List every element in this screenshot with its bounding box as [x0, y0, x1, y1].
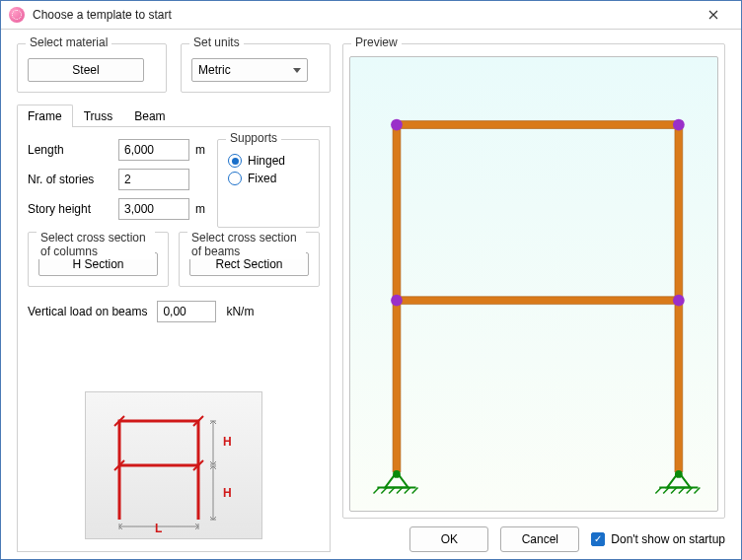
cancel-button[interactable]: Cancel — [500, 526, 579, 552]
supports-group: Supports Hinged Fixed — [217, 139, 320, 228]
preview-label: Preview — [351, 35, 402, 49]
support-fixed-row[interactable]: Fixed — [228, 172, 309, 185]
story-height-unit: m — [195, 202, 205, 216]
checkbox-checked-icon: ✓ — [591, 532, 605, 546]
beams-cs-group: Select cross section of beams Rect Secti… — [179, 232, 320, 287]
support-hinged-row[interactable]: Hinged — [228, 154, 309, 168]
story-height-label: Story height — [28, 202, 112, 216]
right-panel: Preview — [342, 43, 725, 552]
svg-line-26 — [655, 488, 661, 494]
length-label: Length — [28, 143, 112, 157]
svg-point-24 — [676, 471, 682, 477]
ok-button[interactable]: OK — [409, 526, 488, 552]
columns-cs-label: Select cross section of columns — [37, 231, 155, 259]
units-label: Set units — [189, 35, 244, 49]
app-icon — [9, 7, 25, 23]
radio-hinged — [228, 154, 242, 168]
vload-input[interactable] — [157, 301, 216, 322]
svg-point-12 — [391, 119, 403, 131]
diagram-l: L — [155, 522, 162, 534]
radio-fixed — [228, 172, 242, 185]
units-group: Set units Metric — [181, 43, 331, 93]
support-left-icon — [373, 471, 417, 494]
tab-truss[interactable]: Truss — [73, 105, 124, 127]
stories-label: Nr. of stories — [28, 173, 112, 186]
svg-point-13 — [673, 119, 685, 131]
length-unit: m — [195, 143, 205, 157]
svg-point-16 — [394, 471, 400, 477]
tab-beam[interactable]: Beam — [123, 105, 176, 127]
beams-cs-label: Select cross section of beams — [187, 231, 306, 259]
material-label: Select material — [26, 35, 111, 49]
material-group: Select material Steel — [17, 43, 167, 93]
close-icon — [708, 10, 718, 20]
length-input[interactable] — [118, 139, 189, 161]
vload-unit: kN/m — [226, 305, 254, 318]
close-button[interactable] — [694, 1, 733, 29]
tab-frame[interactable]: Frame — [17, 105, 73, 127]
material-button[interactable]: Steel — [28, 58, 144, 82]
radio-fixed-label: Fixed — [248, 172, 276, 185]
footer: OK Cancel ✓ Don't show on startup — [342, 519, 725, 552]
svg-point-14 — [391, 295, 403, 307]
tab-body: Length m Nr. of stories Story height — [17, 127, 331, 552]
schematic-diagram: H H L — [85, 391, 262, 539]
dialog-window: Choose a template to start Select materi… — [0, 0, 742, 560]
titlebar: Choose a template to start — [1, 1, 741, 30]
vload-label: Vertical load on beams — [28, 305, 147, 318]
supports-label: Supports — [226, 131, 281, 145]
svg-point-15 — [673, 295, 685, 307]
left-panel: Select material Steel Set units Metric F… — [17, 43, 331, 552]
radio-hinged-label: Hinged — [248, 154, 285, 168]
columns-cs-group: Select cross section of columns H Sectio… — [28, 232, 169, 287]
units-value: Metric — [198, 63, 231, 77]
window-title: Choose a template to start — [33, 8, 694, 22]
dont-show-label: Don't show on startup — [611, 532, 725, 546]
story-height-input[interactable] — [118, 198, 189, 220]
units-select[interactable]: Metric — [191, 58, 308, 82]
diagram-h2: H — [223, 486, 232, 500]
chevron-down-icon — [293, 68, 301, 73]
template-tabs: Frame Truss Beam — [17, 105, 331, 127]
support-right-icon — [655, 471, 700, 494]
dont-show-checkbox[interactable]: ✓ Don't show on startup — [591, 532, 725, 546]
diagram-h1: H — [223, 435, 232, 449]
stories-input[interactable] — [118, 169, 189, 190]
preview-group: Preview — [342, 43, 725, 519]
svg-line-18 — [373, 488, 379, 494]
preview-canvas — [349, 56, 718, 512]
